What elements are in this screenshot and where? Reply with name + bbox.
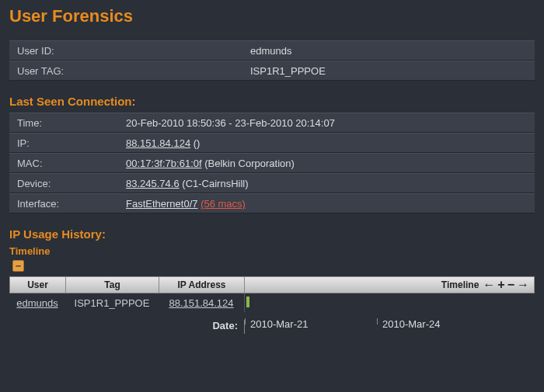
time-value: 20-Feb-2010 18:50:36 - 23-Feb-2010 20:14… <box>126 117 335 129</box>
date-tick-1: 2010-Mar-21 <box>245 318 246 324</box>
date-tick-2-label: 2010-Mar-24 <box>382 318 440 330</box>
device-link[interactable]: 83.245.74.6 <box>126 178 180 189</box>
mac-link[interactable]: 00:17:3f:7b:61:0f <box>126 158 202 169</box>
mac-row: MAC: 00:17:3f:7b:61:0f (Belkin Corporati… <box>9 153 535 173</box>
device-value: 83.245.74.6 (C1-CairnsHill) <box>126 178 249 189</box>
date-axis: Date: 2010-Mar-21 2010-Mar-24 <box>9 320 535 334</box>
page-title: User Forensics <box>9 6 535 26</box>
row-tag: ISP1R1_PPPOE <box>65 297 159 309</box>
last-seen-heading: Last Seen Connection: <box>9 95 535 108</box>
device-label: Device: <box>17 178 126 189</box>
timeline-label: Timeline <box>9 245 535 257</box>
interface-row: Interface: FastEthernet0/7 (56 macs) <box>9 193 535 213</box>
timeline-right-icon[interactable]: → <box>517 278 529 292</box>
device-row: Device: 83.245.74.6 (C1-CairnsHill) <box>9 173 535 193</box>
user-tag-label: User TAG: <box>17 65 250 77</box>
ip-suffix: () <box>190 137 200 149</box>
device-suffix: (C1-CairnsHill) <box>180 178 249 189</box>
ip-history-block: IP Usage History: Timeline − User Tag IP… <box>9 227 535 334</box>
ip-value: 88.151.84.124 () <box>126 137 200 149</box>
collapse-button[interactable]: − <box>12 260 24 272</box>
date-axis-ticks: 2010-Mar-21 2010-Mar-24 <box>244 320 535 334</box>
interface-value: FastEthernet0/7 (56 macs) <box>126 198 246 210</box>
user-id-label: User ID: <box>17 45 250 57</box>
timeline-left-icon[interactable]: ← <box>483 278 495 292</box>
user-tag-row: User TAG: ISP1R1_PPPOE <box>9 61 535 81</box>
col-tag[interactable]: Tag <box>66 277 159 293</box>
date-tick-2: 2010-Mar-24 <box>377 318 378 324</box>
mac-suffix: (Belkin Corporation) <box>202 158 295 169</box>
date-axis-label: Date: <box>9 320 244 334</box>
row-ip: 88.151.84.124 <box>159 297 244 309</box>
mac-value: 00:17:3f:7b:61:0f (Belkin Corporation) <box>126 158 295 169</box>
table-row: edmunds ISP1R1_PPPOE 88.151.84.124 <box>9 293 535 312</box>
date-tick-1-label: 2010-Mar-21 <box>250 318 308 330</box>
row-user-link[interactable]: edmunds <box>16 297 58 309</box>
user-id-row: User ID: edmunds <box>9 40 535 61</box>
ip-row: IP: 88.151.84.124 () <box>9 133 535 153</box>
timeline-marker <box>246 297 249 307</box>
last-seen-block: Last Seen Connection: Time: 20-Feb-2010 … <box>9 95 535 213</box>
interface-label: Interface: <box>17 198 126 210</box>
user-tag-value: ISP1R1_PPPOE <box>250 65 326 77</box>
timeline-zoom-out-icon[interactable]: − <box>507 278 514 292</box>
row-user: edmunds <box>9 297 65 309</box>
row-timeline[interactable] <box>244 293 535 312</box>
time-label: Time: <box>17 117 126 129</box>
timeline-zoom-in-icon[interactable]: + <box>497 278 504 292</box>
time-row: Time: 20-Feb-2010 18:50:36 - 23-Feb-2010… <box>9 113 535 133</box>
col-user[interactable]: User <box>10 277 66 293</box>
col-timeline: Timeline ← + − → <box>245 277 534 293</box>
ip-link[interactable]: 88.151.84.124 <box>126 137 190 149</box>
timeline-tools: ← + − → <box>483 278 529 292</box>
ip-history-heading: IP Usage History: <box>9 227 535 241</box>
minus-icon: − <box>16 261 22 271</box>
col-ip[interactable]: IP Address <box>159 277 245 293</box>
interface-macs-link[interactable]: (56 macs) <box>201 198 246 210</box>
grid-header: User Tag IP Address Timeline ← + − → <box>9 276 535 293</box>
ip-label: IP: <box>17 137 126 149</box>
interface-link[interactable]: FastEthernet0/7 <box>126 198 198 210</box>
user-info-block: User ID: edmunds User TAG: ISP1R1_PPPOE <box>9 40 535 81</box>
mac-label: MAC: <box>17 158 126 169</box>
col-timeline-label: Timeline <box>441 279 479 290</box>
row-ip-link[interactable]: 88.151.84.124 <box>169 297 233 309</box>
user-id-value: edmunds <box>250 45 291 57</box>
